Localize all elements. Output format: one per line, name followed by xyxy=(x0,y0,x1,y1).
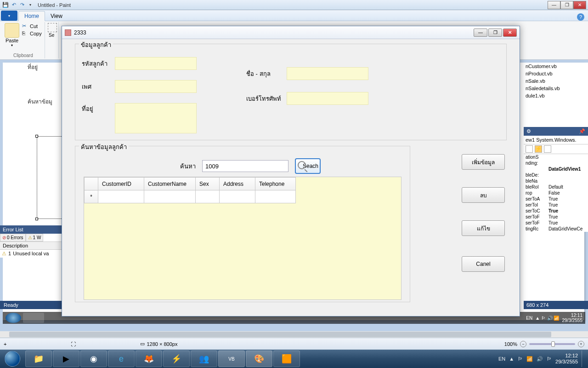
categorize-icon[interactable] xyxy=(526,145,533,153)
grid-corner-header[interactable] xyxy=(85,178,98,190)
dialog-close-button[interactable]: ✕ xyxy=(503,29,517,37)
search-input[interactable] xyxy=(202,160,288,172)
dialog-maximize-button[interactable]: ❐ xyxy=(488,29,502,37)
taskbar-winamp[interactable]: ⚡ xyxy=(163,351,190,367)
grid-col-customername[interactable]: CustomerName xyxy=(144,178,196,190)
file-item[interactable]: nSaledetails.vb xyxy=(524,85,588,92)
taskbar-app[interactable]: 🟧 xyxy=(273,351,300,367)
tray-network-icon[interactable]: 📶 xyxy=(526,356,533,362)
grid-col-address[interactable]: Address xyxy=(220,178,255,190)
minimize-button[interactable]: — xyxy=(548,1,560,9)
property-row[interactable]: serToCTrue xyxy=(524,208,588,214)
file-item[interactable]: nSale.vb xyxy=(524,77,588,85)
language-indicator[interactable]: EN xyxy=(498,356,505,362)
qat-dropdown-icon[interactable]: ▾ xyxy=(27,1,34,9)
tray-volume-icon[interactable]: 🔊 xyxy=(537,356,543,362)
customer-data-grid[interactable]: CustomerID CustomerName Sex Address Tele… xyxy=(84,177,296,203)
input-telephone[interactable] xyxy=(287,92,368,105)
close-button[interactable]: ✕ xyxy=(573,1,586,9)
warnings-filter[interactable]: ⚠1 W xyxy=(26,234,44,242)
taskbar-paint[interactable]: 🎨 xyxy=(246,351,272,367)
property-row[interactable]: serToFTrue xyxy=(524,220,588,226)
paint-titlebar[interactable]: 💾 ↶ ↷ ▾ Untitled - Paint — ❐ ✕ xyxy=(0,0,588,10)
file-item[interactable]: dule1.vb xyxy=(524,92,588,99)
property-row[interactable]: serToITrue xyxy=(524,202,588,208)
grid-col-customerid[interactable]: CustomerID xyxy=(98,178,144,190)
alpha-icon[interactable]: ⚡ xyxy=(535,145,542,153)
zoom-slider[interactable] xyxy=(529,343,575,345)
property-row[interactable]: ropFalse xyxy=(524,190,588,196)
property-row[interactable]: DataGridView1 xyxy=(524,166,588,172)
taskbar-explorer[interactable]: 📁 xyxy=(25,351,52,367)
paste-button[interactable]: Paste ▾ xyxy=(5,23,19,58)
show-desktop-button[interactable] xyxy=(582,351,585,367)
copy-button[interactable]: ⎘Copy xyxy=(22,30,42,37)
selection-handle[interactable] xyxy=(35,218,38,220)
taskbar-chrome[interactable]: ◉ xyxy=(80,351,107,367)
horizontal-scrollbar[interactable] xyxy=(0,331,582,338)
undo-icon[interactable]: ↶ xyxy=(10,1,17,9)
help-icon[interactable]: ? xyxy=(577,13,584,21)
taskbar-firefox[interactable]: 🦊 xyxy=(136,351,162,367)
property-row[interactable]: bleRolDefault xyxy=(524,184,588,190)
tray-action-icon[interactable]: 🏳 xyxy=(547,356,552,362)
edit-button[interactable]: แก้ไข xyxy=(462,220,505,236)
grid-col-sex[interactable]: Sex xyxy=(196,178,220,190)
taskbar-vb[interactable]: VB xyxy=(218,351,245,367)
windows-taskbar[interactable]: 📁 ▶ ◉ e 🦊 ⚡ 👥 VB 🎨 🟧 EN ▲ 🏳 📶 🔊 🏳 12:12 … xyxy=(0,350,588,368)
grid-cell[interactable] xyxy=(220,190,255,203)
property-row[interactable]: ationS xyxy=(524,154,588,160)
taskbar-ie[interactable]: e xyxy=(108,351,135,367)
dialog-minimize-button[interactable]: — xyxy=(474,29,487,37)
search-button[interactable]: Seach xyxy=(295,158,321,174)
zoom-in-button[interactable]: + xyxy=(578,341,584,347)
property-row[interactable]: serToFTrue xyxy=(524,214,588,220)
input-customer-id[interactable] xyxy=(115,57,197,70)
captured-lang: EN xyxy=(526,316,532,321)
paste-dropdown-icon[interactable]: ▾ xyxy=(11,43,13,47)
property-row[interactable]: bleNa xyxy=(524,178,588,184)
tray-flag-icon[interactable]: 🏳 xyxy=(518,356,523,362)
selection-handle[interactable] xyxy=(35,135,38,138)
property-row[interactable]: tingRcDataGridViewCe xyxy=(524,226,588,232)
pin-icon[interactable]: 📌 xyxy=(579,128,585,134)
zoom-slider-thumb[interactable] xyxy=(551,341,555,347)
grid-cell[interactable] xyxy=(144,190,196,203)
props-icon[interactable] xyxy=(544,145,551,153)
errors-filter[interactable]: ⊘0 Errors xyxy=(0,234,26,242)
grid-cell[interactable] xyxy=(255,190,296,203)
grid-cell[interactable] xyxy=(196,190,220,203)
property-row[interactable]: serToATrue xyxy=(524,196,588,202)
save-icon[interactable]: 💾 xyxy=(2,1,9,9)
grid-col-telephone[interactable]: Telephone xyxy=(255,178,296,190)
file-item[interactable]: nProduct.vb xyxy=(524,70,588,77)
dialog-titlebar[interactable]: 2333 — ❐ ✕ xyxy=(62,26,520,39)
grid-cell[interactable] xyxy=(98,190,144,203)
error-list-row[interactable]: ⚠ 1 Unused local va xyxy=(0,250,69,258)
cut-button[interactable]: ✂Cut xyxy=(22,23,42,29)
add-button[interactable]: เพิ่มข้อมูล xyxy=(462,154,505,170)
maximize-button[interactable]: ❐ xyxy=(560,1,573,9)
cancel-button[interactable]: Canel xyxy=(462,256,505,272)
scrollbar-thumb[interactable] xyxy=(9,332,551,337)
grid-new-row[interactable]: * xyxy=(85,190,296,203)
redo-icon[interactable]: ↷ xyxy=(18,1,26,9)
file-item[interactable]: nCustomer.vb xyxy=(524,63,588,70)
zoom-out-button[interactable]: − xyxy=(520,341,526,347)
system-clock[interactable]: 12:12 29/3/2555 xyxy=(555,353,578,365)
input-address[interactable] xyxy=(115,103,197,133)
taskbar-mediaplayer[interactable]: ▶ xyxy=(53,351,79,367)
taskbar-msn[interactable]: 👥 xyxy=(191,351,217,367)
select-button[interactable]: Se xyxy=(48,23,56,38)
property-row[interactable]: nding: xyxy=(524,160,588,166)
property-row[interactable]: bleDe: xyxy=(524,172,588,178)
input-name[interactable] xyxy=(287,67,368,80)
file-menu-button[interactable]: ▾ xyxy=(1,11,17,21)
tray-up-icon[interactable]: ▲ xyxy=(509,356,514,362)
start-button[interactable] xyxy=(0,350,25,368)
input-sex[interactable] xyxy=(115,80,197,93)
tab-home[interactable]: Home xyxy=(18,11,45,21)
tab-view[interactable]: View xyxy=(45,12,68,21)
properties-object-name[interactable]: ew1 System.Windows. xyxy=(524,136,588,144)
delete-button[interactable]: ลบ xyxy=(462,187,505,203)
